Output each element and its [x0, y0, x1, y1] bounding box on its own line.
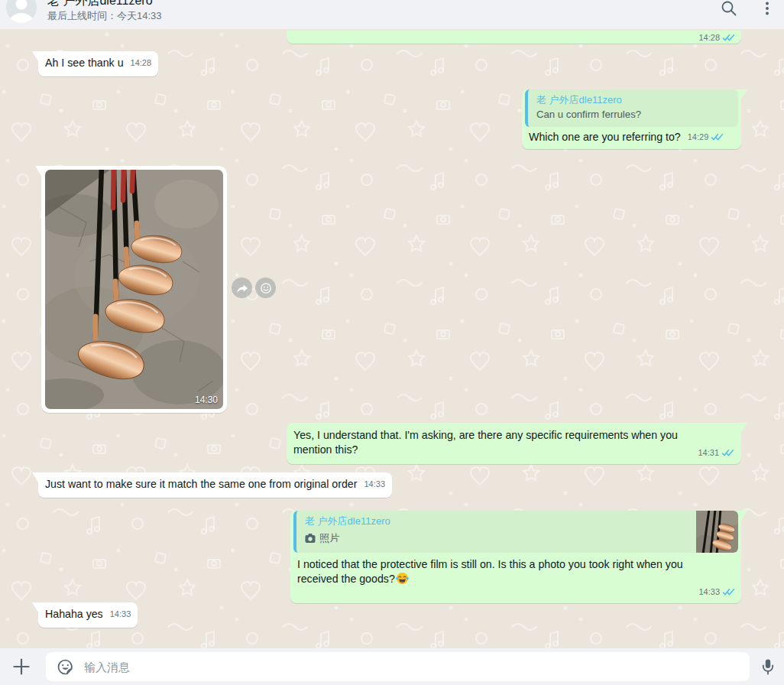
joy-emoji: [396, 572, 409, 585]
message-text: Ah I see thank u: [45, 56, 124, 70]
chat-header: 老 户外店dle11zero 最后上线时间：今天14:33: [0, 0, 784, 29]
read-ticks-icon: [711, 133, 724, 141]
message-outgoing-partial[interactable]: 14:28: [287, 31, 741, 44]
message-time: 14:28: [131, 56, 152, 70]
quoted-message[interactable]: 老 户外店dle11zero 照片: [293, 511, 738, 553]
message-text: Which one are you referring to?: [529, 130, 681, 144]
message-time: 14:31: [698, 446, 719, 460]
message-text: Yes, I understand that. I'm asking, are …: [293, 428, 712, 457]
message-time: 14:29: [688, 130, 709, 144]
camera-icon: [305, 533, 316, 544]
menu-icon[interactable]: [758, 0, 776, 18]
microphone-icon[interactable]: [758, 657, 778, 677]
message-input[interactable]: [84, 661, 740, 674]
quoted-sender-name: 老 户外店dle11zero: [536, 93, 730, 107]
message-incoming[interactable]: Just want to make sure it match the same…: [38, 472, 392, 498]
message-incoming[interactable]: Ah I see thank u 14:28: [38, 51, 158, 76]
attach-plus-icon[interactable]: [11, 656, 32, 677]
whatsapp-chat-window: 老 户外店dle11zero 最后上线时间：今天14:33 14:28: [0, 0, 784, 685]
last-seen-status: 最后上线时间：今天14:33: [47, 9, 162, 23]
message-incoming[interactable]: Hahaha yes 14:33: [38, 602, 138, 628]
message-outgoing[interactable]: Yes, I understand that. I'm asking, are …: [287, 423, 741, 464]
message-outgoing-reply-photo[interactable]: 老 户外店dle11zero 照片: [290, 508, 741, 603]
message-hover-actions: [232, 278, 276, 298]
message-text: I noticed that the protective film is st…: [297, 557, 725, 586]
quoted-text: Can u confirm ferrules?: [536, 108, 730, 122]
message-outgoing-reply[interactable]: 老 户外店dle11zero Can u confirm ferrules? W…: [522, 86, 741, 149]
emoji-reaction-icon[interactable]: [255, 278, 276, 298]
search-icon[interactable]: [720, 0, 738, 18]
read-ticks-icon: [721, 449, 734, 457]
read-ticks-icon: [722, 34, 735, 42]
message-text: Just want to make sure it match the same…: [45, 477, 357, 492]
message-incoming-photo[interactable]: 14:30: [41, 166, 227, 413]
message-text: Hahaha yes: [45, 607, 103, 622]
person-icon: [6, 0, 37, 23]
photo-golf-irons[interactable]: [45, 170, 223, 409]
forward-icon[interactable]: [232, 278, 252, 298]
message-time: 14:33: [698, 585, 720, 599]
emoji-sticker-icon[interactable]: [55, 657, 75, 677]
message-input-pill: [46, 652, 750, 681]
quoted-photo-thumbnail[interactable]: [696, 511, 738, 553]
message-time: 14:33: [110, 607, 131, 622]
contact-name: 老 户外店dle11zero: [47, 0, 162, 8]
quoted-message[interactable]: 老 户外店dle11zero Can u confirm ferrules?: [525, 89, 738, 127]
composer-bar: [0, 648, 784, 685]
contact-avatar[interactable]: [6, 0, 37, 23]
read-ticks-icon: [722, 588, 735, 596]
quoted-sender-name: 老 户外店dle11zero: [305, 515, 685, 528]
message-time: 14:30: [195, 394, 218, 405]
message-time: 14:28: [698, 31, 720, 45]
quoted-media-label: 照片: [319, 531, 339, 545]
message-time: 14:33: [364, 477, 385, 492]
contact-info[interactable]: 老 户外店dle11zero 最后上线时间：今天14:33: [47, 0, 162, 23]
